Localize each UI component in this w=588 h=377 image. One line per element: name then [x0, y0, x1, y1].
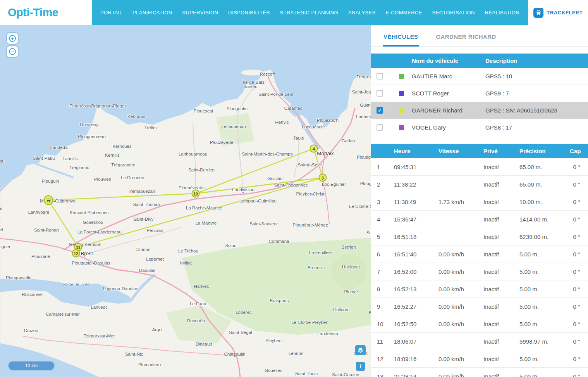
- map-town-label: Lanhouarneau: [179, 152, 207, 156]
- position-index: 6: [371, 251, 388, 258]
- vehicle-row[interactable]: SCOTT Roger GPS9 : 7: [371, 85, 588, 102]
- vehicle-description: GPS2 : SN: A060151G0623: [485, 107, 588, 114]
- position-row[interactable]: 3 11:38:49 1.73 km/h Inactif 10.00 m. 0 …: [371, 193, 588, 211]
- position-time: 16:52:50: [388, 321, 433, 327]
- position-row[interactable]: 6 16:51:40 0.00 km/h Inactif 5.00 m. 0 °: [371, 246, 588, 263]
- position-row[interactable]: 4 15:36:47 Inactif 1414.00 m. 0 °: [371, 211, 588, 228]
- map-town-label: Pleyber-Christ: [296, 192, 325, 196]
- nav-item[interactable]: E-COMMERCE: [386, 10, 422, 16]
- position-speed: 0.00 km/h: [433, 303, 478, 310]
- position-row[interactable]: 10 16:52:50 0.00 km/h Inactif 5.00 m. 0 …: [371, 315, 588, 333]
- map-town-label: Ploumoguer: [0, 244, 10, 249]
- app-logo[interactable]: Opti-Time: [0, 0, 92, 25]
- positions-header-precision: Précision: [514, 148, 564, 154]
- map-town-label: Tréglonou: [69, 165, 89, 170]
- info-button[interactable]: i: [356, 362, 365, 371]
- positions-table-header: Heure Vitesse Privé Précision Cap: [371, 144, 588, 158]
- nav-item[interactable]: ANALYSES: [348, 10, 376, 16]
- tab-trackfleet[interactable]: TRACKFLEET: [528, 0, 588, 25]
- position-row[interactable]: 8 16:52:13 0.00 km/h Inactif 5.00 m. 0 °: [371, 280, 588, 298]
- position-time: 21:28:14: [388, 373, 433, 377]
- position-time: 18:09:16: [388, 356, 433, 362]
- vehicle-row[interactable]: VOGEL Gary GPS8 : 17: [371, 119, 588, 136]
- position-private: Inactif: [478, 251, 514, 258]
- nav-item[interactable]: STRATEGIC PLANNING: [280, 10, 338, 16]
- vehicle-checkbox[interactable]: [377, 90, 383, 97]
- position-speed: 0.00 km/h: [433, 268, 478, 275]
- map-town-label: Plomodiern: [138, 362, 161, 367]
- vehicle-description: GPS5 : 10: [485, 73, 588, 80]
- map-town-label: Saint-Thois: [295, 371, 318, 376]
- position-private: Inactif: [478, 338, 514, 345]
- map-town-label: Plounéventer: [179, 185, 205, 190]
- nav-item[interactable]: SECTORISATION: [432, 10, 475, 16]
- zoom-in-button[interactable]: +: [7, 33, 18, 44]
- position-time: 16:51:40: [388, 251, 433, 258]
- vehicle-row[interactable]: GAUTIER Marc GPS5 : 10: [371, 68, 588, 85]
- map-town-label: Plouguin: [42, 179, 59, 183]
- route-point-marker[interactable]: 12: [72, 249, 80, 258]
- map-canvas[interactable]: Île-de-Batz Roscoff Santec Saint-Pol-de-…: [0, 25, 371, 377]
- map-town-label: Taulé: [293, 136, 304, 140]
- route-point-marker[interactable]: 4: [310, 145, 318, 153]
- vehicle-checkbox[interactable]: [377, 73, 383, 80]
- map-town-label: Gouesnou: [83, 220, 103, 225]
- position-speed: 0.00 km/h: [433, 356, 478, 362]
- map-town-label: Plougonvelin: [6, 275, 31, 280]
- vehicle-checkbox[interactable]: [377, 107, 383, 114]
- map-town-label: Locquénolé: [302, 125, 325, 129]
- vehicles-table: Nom du véhicule Description GAUTIER Marc…: [371, 54, 588, 136]
- positions-header-heure: Heure: [388, 148, 433, 154]
- nav-item[interactable]: SUPERVISION: [182, 10, 218, 16]
- nav-item[interactable]: DISPONIBILITÉS: [228, 10, 270, 16]
- map-town-label: Dirinon: [136, 247, 150, 252]
- layers-icon: [357, 347, 364, 353]
- panel-tab[interactable]: GARDNER RICHARD: [435, 33, 497, 47]
- position-row[interactable]: 1 09:45:31 Inactif 65.00 m. 0 °: [371, 158, 588, 176]
- vehicle-color-swatch: [399, 108, 404, 113]
- route-point-number: 4: [313, 146, 315, 151]
- position-speed: 1.73 km/h: [433, 199, 478, 205]
- top-navigation-bar: Opti-Time PORTAIL PLANIFICATION SUPERVIS…: [0, 0, 588, 25]
- route-point-number: 10: [193, 191, 198, 196]
- panel-tab[interactable]: VÉHICULES: [383, 33, 419, 47]
- map-town-label: Le Drennec: [121, 175, 144, 180]
- zoom-in-icon: +: [9, 35, 16, 42]
- zoom-out-icon: −: [9, 48, 16, 55]
- nav-item[interactable]: RÉALISATION: [485, 10, 519, 16]
- map-town-label: Rosnoën: [187, 318, 205, 323]
- position-time: 15:36:47: [388, 216, 433, 223]
- position-row[interactable]: 13 21:28:14 0.00 km/h Inactif 5.00 m. 0 …: [371, 368, 588, 377]
- map-town-label: Le Cloître-Pleyben: [291, 320, 328, 325]
- map-town-label: Châteaulin: [224, 352, 246, 356]
- vehicles-rows: GAUTIER Marc GPS5 : 10 SCOTT Roger GPS9 …: [371, 68, 588, 136]
- route-point-marker[interactable]: 3: [319, 174, 327, 182]
- map-town-label: La Martyre: [196, 221, 217, 225]
- position-row[interactable]: 12 18:09:16 0.00 km/h Inactif 5.00 m. 0 …: [371, 350, 588, 368]
- map-town-label: Plouégat-Guérand: [357, 155, 371, 159]
- position-index: 7: [371, 268, 388, 275]
- nav-item[interactable]: PORTAIL: [100, 10, 122, 16]
- map-town-label: Lopérec: [236, 310, 252, 315]
- vehicle-color-swatch: [399, 74, 404, 79]
- route-point-marker[interactable]: 10: [192, 190, 200, 198]
- position-row[interactable]: 5 16:51:18 Inactif 6239.00 m. 0 °: [371, 228, 588, 246]
- map-town-label: Logonna-Daoulas: [103, 286, 138, 291]
- route-point-marker[interactable]: [44, 195, 53, 205]
- vehicle-row[interactable]: GARDNER Richard GPS2 : SN: A060151G0623: [371, 102, 588, 119]
- layers-button[interactable]: [355, 345, 366, 355]
- vehicle-description: GPS8 : 17: [485, 124, 588, 131]
- nav-item[interactable]: PLANIFICATION: [132, 10, 172, 16]
- zoom-out-button[interactable]: −: [7, 46, 18, 57]
- vehicle-checkbox[interactable]: [377, 124, 383, 131]
- map-town-label: Saint-Sauveur: [250, 221, 278, 226]
- position-row[interactable]: 9 16:52:27 0.00 km/h Inactif 5.00 m. 0 °: [371, 298, 588, 315]
- positions-header-vitesse: Vitesse: [433, 148, 478, 154]
- position-cap: 0 °: [564, 286, 588, 292]
- position-row[interactable]: 11 18:06:07 Inactif 5998.97 m. 0 °: [371, 333, 588, 350]
- position-row[interactable]: 7 16:52:00 0.00 km/h Inactif 5.00 m. 0 °: [371, 263, 588, 280]
- position-cap: 0 °: [564, 181, 588, 188]
- map-town-label: Kernilis: [105, 153, 120, 157]
- position-row[interactable]: 2 11:38:22 Inactif 65.00 m. 0 °: [371, 176, 588, 193]
- map-town-label: Irvillac: [180, 261, 193, 265]
